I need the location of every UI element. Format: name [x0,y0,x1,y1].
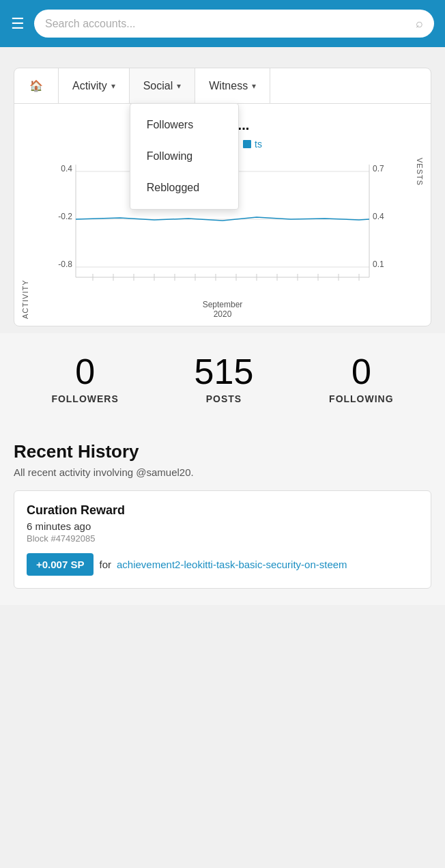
history-card-time: 6 minutes ago [27,520,418,532]
history-reward-line: +0.007 SP for achievement2-leokitti-task… [27,553,418,576]
svg-text:-0.8: -0.8 [58,260,72,269]
search-input[interactable] [45,18,409,30]
svg-text:0.4: 0.4 [373,212,384,221]
recent-history-subtitle: All recent activity involving @samuel20. [14,466,431,478]
tab-activity[interactable]: Activity ▾ [59,68,130,103]
reward-for-text: for [99,559,111,570]
home-icon: 🏠 [29,79,43,92]
reward-link[interactable]: achievement2-leokitti-task-basic-securit… [117,559,347,570]
dropdown-reblogged[interactable]: Reblogged [130,172,238,204]
activity-tab-label: Activity [72,80,107,92]
dropdown-followers[interactable]: Followers [130,109,238,141]
recent-history-section: Recent History All recent activity invol… [0,425,445,605]
tab-witness[interactable]: Witness ▾ [195,68,270,103]
tab-social[interactable]: Social ▾ Followers Following Reblogged [130,68,196,103]
y-axis-left-label: ACTIVITY [21,158,29,319]
history-card-type: Curation Reward [27,503,418,518]
main-card: 🏠 Activity ▾ Social ▾ Followers Followin… [14,68,431,326]
following-label: FOLLOWING [329,393,394,404]
y-axis-right-label: VESTS [416,158,424,319]
x-year-label: 2020 [214,309,232,319]
svg-text:0.1: 0.1 [373,260,384,269]
stats-row: 0 FOLLOWERS 515 POSTS 0 FOLLOWING [0,333,445,425]
stat-posts: 515 POSTS [195,354,254,404]
hamburger-icon[interactable]: ☰ [11,16,25,31]
legend-posts-2-label: ts [255,139,262,150]
posts-label: POSTS [195,393,254,404]
social-chevron-icon: ▾ [177,81,181,91]
following-count: 0 [329,354,394,389]
dropdown-following[interactable]: Following [130,141,238,172]
svg-text:-0.2: -0.2 [58,212,72,221]
top-spacer [0,47,445,68]
posts-count: 515 [195,354,254,389]
tab-home[interactable]: 🏠 [14,68,59,103]
witness-tab-label: Witness [209,80,248,92]
svg-text:0.4: 0.4 [61,164,72,173]
social-dropdown: Followers Following Reblogged [130,103,239,210]
stat-following: 0 FOLLOWING [329,354,394,404]
x-month-label: September [203,300,243,309]
stat-followers: 0 FOLLOWERS [51,354,118,404]
witness-chevron-icon: ▾ [252,81,256,91]
history-card: Curation Reward 6 minutes ago Block #474… [14,490,431,589]
search-icon: ⌕ [416,16,423,31]
history-card-block: Block #47492085 [27,533,418,544]
legend-posts-2: ts [243,139,262,150]
activity-chevron-icon: ▾ [111,81,115,91]
x-axis-labels: September 2020 [31,297,414,319]
search-bar-container: ⌕ [34,10,434,38]
followers-count: 0 [51,354,118,389]
recent-history-title: Recent History [14,441,431,462]
legend-posts-2-dot [243,140,251,148]
svg-text:0.7: 0.7 [373,164,384,173]
social-tab-label: Social [143,80,173,92]
followers-label: FOLLOWERS [51,393,118,404]
app-header: ☰ ⌕ [0,0,445,47]
reward-badge: +0.007 SP [27,553,94,576]
tab-bar: 🏠 Activity ▾ Social ▾ Followers Followin… [14,68,431,104]
